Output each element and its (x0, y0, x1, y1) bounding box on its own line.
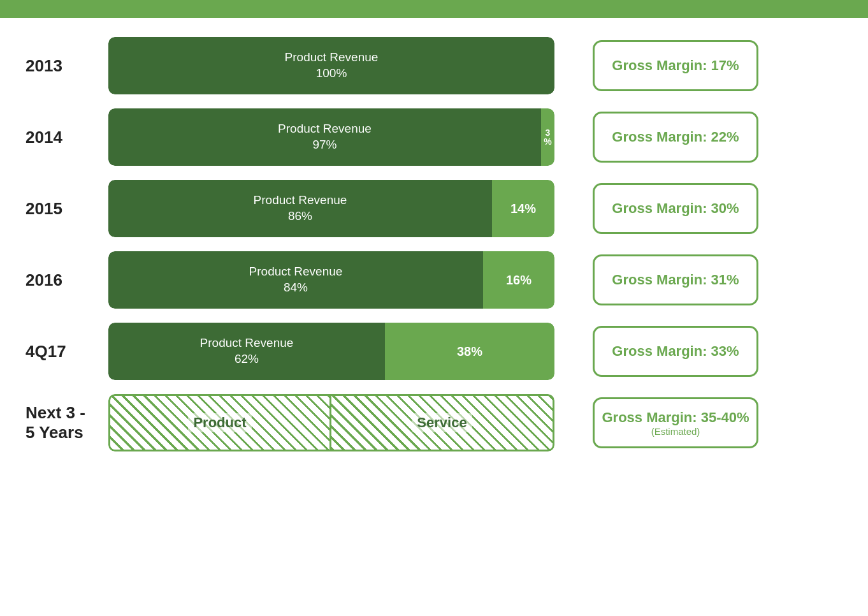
service-bar-2016: 16% (483, 251, 554, 309)
main-content: 2013Product Revenue100%Gross Margin: 17%… (0, 18, 868, 464)
year-label-2015: 2015 (25, 199, 96, 219)
gross-margin-box-2015: Gross Margin: 30% (593, 183, 758, 234)
year-label-4Q17: 4Q17 (25, 342, 96, 362)
service-bar-2015: 14% (492, 180, 554, 237)
gross-margin-box-next: Gross Margin: 35-40%(Estimated) (593, 397, 758, 448)
gross-margin-text-2013: Gross Margin: 17% (612, 57, 739, 74)
gross-margin-box-2014: Gross Margin: 22% (593, 112, 758, 163)
year-label-next: Next 3 - 5 Years (25, 403, 96, 443)
service-bar-2014: 3% (541, 108, 554, 166)
row-next: Next 3 - 5 YearsProductServiceGross Marg… (25, 394, 843, 451)
year-label-2014: 2014 (25, 128, 96, 147)
row-2015: 2015Product Revenue86%14%Gross Margin: 3… (25, 180, 843, 237)
bar-container-next: ProductService (108, 394, 554, 451)
bar-container-2016: Product Revenue84%16% (108, 251, 554, 309)
year-label-2013: 2013 (25, 56, 96, 76)
row-2013: 2013Product Revenue100%Gross Margin: 17% (25, 37, 843, 94)
year-label-2016: 2016 (25, 270, 96, 290)
gross-margin-text-2016: Gross Margin: 31% (612, 272, 739, 288)
gross-margin-sub-next: (Estimated) (651, 426, 700, 437)
gross-margin-box-2016: Gross Margin: 31% (593, 254, 758, 305)
product-bar-2014: Product Revenue97% (108, 108, 541, 166)
gross-margin-text-4Q17: Gross Margin: 33% (612, 343, 739, 360)
product-bar-4Q17: Product Revenue62% (108, 323, 385, 380)
bar-container-2014: Product Revenue97%3% (108, 108, 554, 166)
gross-margin-box-2013: Gross Margin: 17% (593, 40, 758, 91)
product-bar-2013: Product Revenue100% (108, 37, 554, 94)
product-bar-2015: Product Revenue86% (108, 180, 492, 237)
bar-container-2013: Product Revenue100% (108, 37, 554, 94)
row-2014: 2014Product Revenue97%3%Gross Margin: 22… (25, 108, 843, 166)
gross-margin-text-next: Gross Margin: 35-40% (602, 409, 749, 426)
service-bar-next: Service (331, 394, 554, 451)
product-bar-next: Product (108, 394, 331, 451)
bar-container-4Q17: Product Revenue62%38% (108, 323, 554, 380)
bar-container-2015: Product Revenue86%14% (108, 180, 554, 237)
row-4Q17: 4Q17Product Revenue62%38%Gross Margin: 3… (25, 323, 843, 380)
gross-margin-text-2015: Gross Margin: 30% (612, 200, 739, 217)
gross-margin-box-4Q17: Gross Margin: 33% (593, 326, 758, 377)
row-2016: 2016Product Revenue84%16%Gross Margin: 3… (25, 251, 843, 309)
gross-margin-text-2014: Gross Margin: 22% (612, 129, 739, 145)
service-bar-4Q17: 38% (385, 323, 554, 380)
header-bar (0, 0, 868, 18)
product-bar-2016: Product Revenue84% (108, 251, 483, 309)
